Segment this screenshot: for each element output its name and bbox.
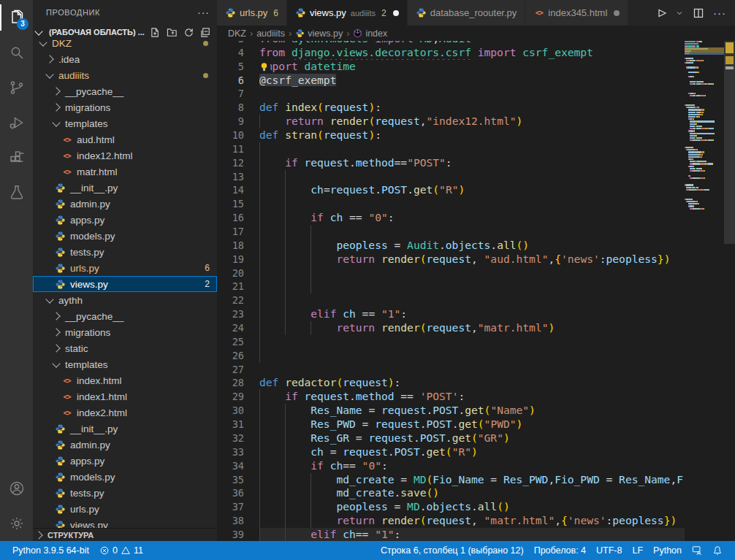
tree-item-index1-html[interactable]: <>index1.html bbox=[33, 388, 217, 404]
tree-item-urls-py[interactable]: urls.py bbox=[33, 501, 217, 517]
chevron-down-icon[interactable] bbox=[45, 295, 53, 303]
editor-more-actions[interactable]: ··· bbox=[713, 7, 726, 19]
activitybar-testing[interactable] bbox=[0, 175, 33, 210]
code-token: . bbox=[490, 239, 497, 251]
tab-database-roouter-py[interactable]: database_roouter.py bbox=[408, 0, 526, 26]
chevron-right-icon[interactable] bbox=[52, 328, 60, 336]
indent-guide bbox=[311, 321, 311, 335]
tree-item-admin-py[interactable]: admin.py bbox=[33, 437, 217, 453]
tree-item--pycache-[interactable]: __pycache__ bbox=[33, 83, 217, 99]
notifications-bell-icon[interactable] bbox=[707, 545, 728, 556]
tree-item-urls-py[interactable]: urls.py6 bbox=[33, 260, 217, 276]
tree-item-static[interactable]: static bbox=[33, 340, 217, 356]
tree-item-index-html[interactable]: <>index.html bbox=[33, 372, 217, 388]
tree-item-templates[interactable]: templates bbox=[33, 115, 217, 131]
scrollbar-thumb[interactable] bbox=[724, 41, 735, 244]
tree-item-migrations[interactable]: migrations bbox=[33, 99, 217, 115]
run-button-icon[interactable] bbox=[655, 7, 666, 19]
tree-item-views-py[interactable]: views.py2 bbox=[33, 276, 217, 292]
indent-guide bbox=[285, 211, 286, 225]
tree-item-migrations[interactable]: migrations bbox=[33, 324, 217, 340]
tree-item-tests-py[interactable]: tests.py bbox=[33, 244, 217, 260]
feedback-icon[interactable] bbox=[687, 545, 707, 556]
minimap[interactable] bbox=[685, 41, 724, 541]
python-interpreter-selector[interactable]: Python 3.9.5 64-bit bbox=[7, 541, 94, 560]
tree-item-index12-html[interactable]: <>index12.html bbox=[33, 147, 217, 164]
activitybar-search[interactable] bbox=[0, 35, 33, 70]
activitybar-extensions[interactable] bbox=[0, 140, 33, 175]
minimap-line bbox=[685, 62, 724, 64]
tree-item-aud-html[interactable]: <>aud.html bbox=[33, 131, 217, 147]
tree-item-matr-html[interactable]: <>matr.html bbox=[33, 164, 217, 180]
tree-item-label: apps.py bbox=[70, 456, 104, 467]
tree-item-models-py[interactable]: models.py bbox=[33, 469, 217, 485]
indent-guide bbox=[311, 473, 311, 487]
breadcrumb-item-dkz[interactable]: DKZ bbox=[228, 28, 246, 39]
tree-item-aythh[interactable]: aythh bbox=[33, 292, 217, 308]
minimap-line bbox=[685, 208, 724, 210]
tree-item-apps-py[interactable]: apps.py bbox=[33, 212, 217, 228]
line-content: ch=request.POST.get("R") bbox=[259, 183, 685, 197]
tree-item-tests-py[interactable]: tests.py bbox=[33, 485, 217, 501]
indent-guide bbox=[285, 500, 286, 514]
chevron-down-icon[interactable] bbox=[52, 359, 60, 367]
language-mode-selector[interactable]: Python bbox=[648, 545, 687, 556]
activitybar-account[interactable] bbox=[0, 471, 33, 506]
problems-indicator[interactable]: 0 11 bbox=[94, 541, 148, 560]
scrollbar[interactable] bbox=[724, 41, 735, 541]
tab-urls-py[interactable]: urls.py6 bbox=[217, 0, 287, 26]
outline-section-header[interactable]: СТРУКТУРА bbox=[33, 528, 217, 541]
tree-item-templates[interactable]: templates bbox=[33, 356, 217, 372]
tree-item-admin-py[interactable]: admin.py bbox=[33, 196, 217, 212]
chevron-down-icon[interactable] bbox=[45, 70, 53, 78]
lightbulb-icon[interactable] bbox=[259, 61, 270, 73]
tree-item-models-py[interactable]: models.py bbox=[33, 228, 217, 244]
tree-item--idea[interactable]: .idea bbox=[33, 51, 217, 67]
activitybar-explorer[interactable]: 3 bbox=[0, 0, 33, 35]
chevron-down-icon[interactable] bbox=[52, 118, 60, 126]
code-token: Res_PWD bbox=[503, 473, 549, 486]
eol-selector[interactable]: LF bbox=[627, 545, 648, 556]
code-token: from bbox=[259, 46, 292, 58]
tree-item-audiiits[interactable]: audiiits bbox=[33, 67, 217, 83]
python-icon bbox=[55, 199, 66, 210]
code-line-26: 26 bbox=[217, 349, 685, 363]
breadcrumb-item-index[interactable]: index bbox=[353, 28, 387, 39]
minimap-line bbox=[685, 83, 724, 85]
explorer-more-actions[interactable]: ··· bbox=[197, 7, 210, 18]
tree-item-apps-py[interactable]: apps.py bbox=[33, 453, 217, 469]
tab-views-py[interactable]: views.pyaudiiits2 bbox=[287, 0, 408, 26]
tree-item--pycache-[interactable]: __pycache__ bbox=[33, 308, 217, 324]
breadcrumb-separator: › bbox=[250, 28, 253, 39]
cursor-position[interactable]: Строка 6, столбец 1 (выбрано 12) bbox=[376, 545, 529, 556]
encoding-selector[interactable]: UTF-8 bbox=[591, 545, 627, 556]
breadcrumb-item-audiiits[interactable]: audiiits bbox=[256, 28, 285, 39]
chevron-right-icon[interactable] bbox=[52, 103, 60, 111]
chevron-down-icon[interactable] bbox=[39, 38, 47, 46]
code-token: ) bbox=[368, 101, 375, 113]
run-dropdown-chevron-icon[interactable] bbox=[675, 7, 684, 19]
code-token: "0" bbox=[368, 211, 387, 223]
chevron-right-icon[interactable] bbox=[52, 312, 60, 320]
activitybar-run-debug[interactable] bbox=[0, 105, 33, 140]
indent-guide bbox=[259, 445, 260, 459]
encoding-label: UTF-8 bbox=[596, 545, 622, 556]
tree-item-index2-html[interactable]: <>index2.html bbox=[33, 404, 217, 421]
chevron-right-icon[interactable] bbox=[52, 344, 60, 352]
chevron-right-icon[interactable] bbox=[52, 87, 60, 95]
tree-item--init-py[interactable]: __init__.py bbox=[33, 421, 217, 437]
tree-item-dkz[interactable]: DKZ bbox=[33, 35, 217, 51]
dirty-dot-icon[interactable] bbox=[614, 10, 620, 16]
code-editor[interactable]: 3from aythh.models import MD,Audit4from … bbox=[217, 41, 735, 541]
dirty-dot-icon[interactable] bbox=[393, 10, 399, 16]
activitybar-source-control[interactable] bbox=[0, 70, 33, 105]
split-editor-icon[interactable] bbox=[693, 7, 704, 19]
breadcrumb-item-views-py[interactable]: views.py bbox=[295, 28, 343, 39]
indentation-selector[interactable]: Пробелов: 4 bbox=[529, 545, 591, 556]
indent-guide bbox=[285, 307, 286, 321]
chevron-right-icon[interactable] bbox=[45, 55, 53, 63]
tree-item--init-py[interactable]: __init__.py bbox=[33, 180, 217, 196]
activitybar-settings[interactable] bbox=[0, 506, 33, 541]
tab-index345-html[interactable]: <>index345.html bbox=[525, 0, 628, 26]
tree-item-views-py[interactable]: views.py bbox=[33, 517, 217, 529]
